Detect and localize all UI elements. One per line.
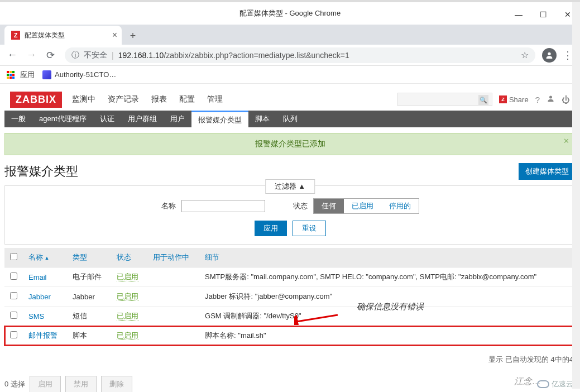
bulk-selected-count: 0 选择 <box>4 379 25 389</box>
row-name-link[interactable]: Jabber <box>28 293 51 301</box>
topnav-reports[interactable]: 报表 <box>151 94 167 104</box>
th-name[interactable]: 名称 <box>23 248 67 267</box>
th-type[interactable]: 类型 <box>67 248 111 267</box>
share-label: Share <box>509 95 529 104</box>
row-status-link[interactable]: 已启用 <box>117 292 138 301</box>
logout-icon[interactable]: ⏻ <box>562 95 570 104</box>
url-path: /zabbix/zabbix.php?action=mediatype.list… <box>164 51 349 60</box>
table-row: SMS 短信 已启用 GSM 调制解调器: "/dev/ttyS0" <box>4 307 576 326</box>
bulk-enable-button[interactable]: 启用 <box>30 376 61 392</box>
topnav-admin[interactable]: 管理 <box>207 94 223 104</box>
subnav-queue[interactable]: 队列 <box>276 111 304 127</box>
create-mediatype-button[interactable]: 创建媒体类型 <box>519 163 576 180</box>
help-icon[interactable]: ? <box>535 95 540 104</box>
svg-point-1 <box>549 96 552 99</box>
row-type: 电子邮件 <box>67 267 111 287</box>
subnav-scripts[interactable]: 脚本 <box>248 111 276 127</box>
zabbix-topnav: 监测中 资产记录 报表 配置 管理 <box>72 94 223 104</box>
mediatypes-table: 名称 类型 状态 用于动作中 细节 Email 电子邮件 已启用 SMTP服务器… <box>4 248 576 346</box>
row-type: Jabber <box>67 287 111 307</box>
row-name-link[interactable]: Email <box>28 273 47 281</box>
bookmark-item[interactable]: Authority-51CTO… <box>42 70 116 79</box>
filter-apply-button[interactable]: 应用 <box>255 221 287 236</box>
svg-point-0 <box>548 52 550 55</box>
nav-back-icon[interactable]: ← <box>4 47 20 63</box>
row-checkbox[interactable] <box>10 273 17 280</box>
row-checkbox[interactable] <box>10 312 17 319</box>
window-maximize-button[interactable]: ☐ <box>531 4 555 25</box>
browser-tab[interactable]: Z 配置媒体类型 × <box>4 26 122 45</box>
profile-icon[interactable] <box>542 48 557 63</box>
table-header-row: 名称 类型 状态 用于动作中 细节 <box>4 248 576 267</box>
row-checkbox[interactable] <box>10 292 17 299</box>
annotation-arrow-icon <box>294 308 339 325</box>
seg-any-button[interactable]: 任何 <box>314 199 344 213</box>
subnav-users[interactable]: 用户 <box>164 111 191 127</box>
filter-actions: 应用 重设 <box>255 221 326 236</box>
bulk-disable-button[interactable]: 禁用 <box>65 376 97 392</box>
subnav-usergroups[interactable]: 用户群组 <box>121 111 164 127</box>
browser-addressbar: ← → ⟳ ⓘ 不安全 | 192.168.1.10/zabbix/zabbix… <box>0 45 580 66</box>
window-minimize-button[interactable]: — <box>506 4 531 25</box>
topnav-config[interactable]: 配置 <box>179 94 195 104</box>
th-details[interactable]: 细节 <box>199 248 576 267</box>
subnav-general[interactable]: 一般 <box>4 111 32 127</box>
row-status-link[interactable]: 已启用 <box>117 312 138 321</box>
bulk-delete-button[interactable]: 删除 <box>101 376 132 392</box>
yisu-label: 亿速云 <box>552 379 573 389</box>
vertical-scrollbar[interactable] <box>572 2 580 389</box>
filter-name-input[interactable] <box>181 200 265 212</box>
th-used-in[interactable]: 用于动作中 <box>147 248 199 267</box>
row-used-in <box>147 326 199 346</box>
zabbix-search-input[interactable]: 🔍 <box>397 93 492 106</box>
subnav-auth[interactable]: 认证 <box>93 111 121 127</box>
filter-name-label: 名称 <box>161 201 176 211</box>
url-separator: | <box>112 51 114 60</box>
topnav-inventory[interactable]: 资产记录 <box>108 94 139 104</box>
url-input[interactable]: ⓘ 不安全 | 192.168.1.10/zabbix/zabbix.php?a… <box>65 47 535 63</box>
filter-status-label: 状态 <box>293 201 308 211</box>
row-used-in <box>147 267 199 287</box>
seg-enabled-button[interactable]: 已启用 <box>344 199 381 213</box>
window-title: 配置媒体类型 - Google Chrome <box>239 8 341 18</box>
row-details: SMTP服务器: "mail.company.com", SMTP HELO: … <box>199 267 576 287</box>
table-row: Jabber Jabber 已启用 Jabber 标识符: "jabber@co… <box>4 287 576 307</box>
row-checkbox[interactable] <box>10 331 17 338</box>
url-host: 192.168.1.10 <box>118 51 164 60</box>
row-name-link[interactable]: 邮件报警 <box>28 331 57 340</box>
row-type: 脚本 <box>67 326 111 346</box>
subnav-mediatypes[interactable]: 报警媒介类型 <box>191 111 248 127</box>
tab-favicon: Z <box>11 31 20 40</box>
site-info-icon[interactable]: ⓘ <box>71 50 79 60</box>
th-status[interactable]: 状态 <box>111 248 147 267</box>
svg-line-3 <box>296 315 338 322</box>
page-title: 报警媒介类型 <box>4 163 78 180</box>
seg-disabled-button[interactable]: 停用的 <box>381 199 419 213</box>
new-tab-button[interactable]: + <box>125 28 141 44</box>
tab-close-icon[interactable]: × <box>112 30 117 40</box>
subnav-proxies[interactable]: agent代理程序 <box>32 111 93 127</box>
filter-reset-button[interactable]: 重设 <box>293 221 326 236</box>
bookmark-star-icon[interactable]: ☆ <box>521 50 529 60</box>
row-status-link[interactable]: 已启用 <box>117 273 138 281</box>
nav-forward-icon[interactable]: → <box>23 47 39 63</box>
topnav-monitoring[interactable]: 监测中 <box>72 94 95 104</box>
nav-reload-icon[interactable]: ⟳ <box>42 47 58 63</box>
page-header: 报警媒介类型 创建媒体类型 <box>4 163 576 180</box>
message-text: 报警媒介类型已添加 <box>255 139 325 148</box>
success-message: 报警媒介类型已添加 ✕ <box>4 133 576 155</box>
row-status-link[interactable]: 已启用 <box>117 331 138 340</box>
search-icon[interactable]: 🔍 <box>478 95 488 105</box>
share-logo-icon: Z <box>499 95 507 103</box>
filter-toggle-button[interactable]: 过滤器 ▲ <box>265 179 315 194</box>
apps-shortcut[interactable]: 应用 <box>7 70 35 80</box>
user-icon[interactable] <box>547 94 555 104</box>
zabbix-share-link[interactable]: Z Share <box>499 95 529 104</box>
row-used-in <box>147 307 199 326</box>
select-all-checkbox[interactable] <box>10 253 17 260</box>
zabbix-logo[interactable]: ZABBIX <box>10 92 62 108</box>
apps-grid-icon <box>7 71 15 79</box>
annotation-text: 确保信息没有错误 <box>357 302 424 312</box>
message-close-icon[interactable]: ✕ <box>563 137 569 145</box>
row-name-link[interactable]: SMS <box>28 312 44 321</box>
